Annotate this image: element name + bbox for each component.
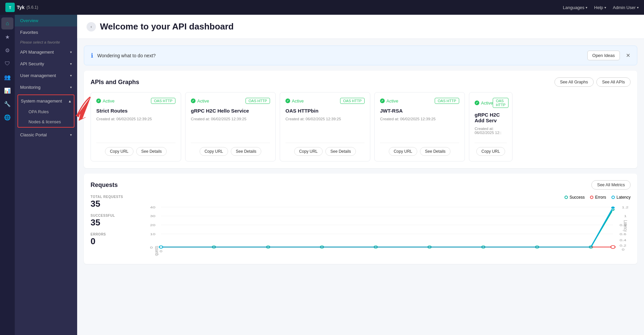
copy-url-button[interactable]: Copy URL [105,147,133,156]
sidebar-item-user-management[interactable]: User management ▾ [15,70,77,81]
svg-point-29 [611,246,615,249]
sidebar-icon-star[interactable]: ★ [1,31,13,43]
requests-header: Requests See All Metrics [91,180,631,190]
see-details-button[interactable]: See Details [325,147,356,156]
sidebar-nav: Overview Favorites Please select a favor… [15,15,77,335]
svg-text:0: 0 [622,248,625,251]
see-details-button[interactable]: See Details [231,147,261,156]
main-content: ‹ Welcome to your API dashboard ℹ Wonder… [77,15,644,335]
chevron-up-icon: ▴ [69,98,71,104]
open-ideas-button[interactable]: Open Ideas [587,51,620,60]
legend-errors: Errors [590,195,606,200]
apis-section-actions: See All Graphs See All APIs [554,77,631,87]
active-dot [380,98,385,103]
close-banner-button[interactable]: ✕ [626,52,630,59]
active-dot [96,98,101,103]
topbar: T Tyk (5.6.1) Languages ▾ Help ▾ Admin U… [0,0,644,15]
api-created: Created at: 06/02/2025 12:39:25 [380,117,459,121]
chevron-down-icon: ▾ [604,6,606,9]
legend-latency-label: Latency [616,195,631,200]
oas-badge: OAS HTTP [151,98,175,104]
svg-point-31 [611,206,615,209]
sidebar-item-monitoring[interactable]: Monitoring ▾ [15,81,77,93]
sidebar-item-api-security[interactable]: API Security ▾ [15,58,77,70]
svg-text:0: 0 [160,250,162,253]
sidebar-icon-tools[interactable]: 🔧 [1,98,13,110]
api-card-2: Active OAS HTTP OAS HTTPbin Created at: … [280,92,370,161]
svg-text:T: T [9,6,11,10]
sidebar-item-favorites[interactable]: Favorites [15,26,77,38]
tyk-logo-mark: T [5,3,15,12]
apis-section-header: APIs and Graphs See All Graphs See All A… [91,77,631,87]
topbar-left: T Tyk (5.6.1) [5,3,38,12]
svg-text:1: 1 [624,214,627,218]
copy-url-button[interactable]: Copy URL [389,147,417,156]
collapse-sidebar-button[interactable]: ‹ [87,22,96,31]
sidebar-item-classic-portal[interactable]: Classic Portal ▾ [15,129,77,141]
favorites-hint: Please select a favorite [15,38,77,46]
requests-title: Requests [91,182,118,189]
copy-url-button[interactable]: Copy URL [200,147,228,156]
success-dot [565,196,568,199]
copy-url-button[interactable]: Copy URL [294,147,323,156]
sidebar-icon-portal[interactable]: 🌐 [1,111,13,123]
svg-text:0: 0 [150,246,153,249]
chart-area: Success Errors Latency [146,195,631,257]
oas-badge: OAS HTTP [340,98,365,104]
svg-text:# of requests: # of requests [154,246,159,256]
chevron-down-icon: ▾ [70,74,72,77]
svg-text:0.2: 0.2 [620,244,626,247]
api-cards-container: Active OAS HTTP Strict Routes Created at… [91,92,631,161]
sidebar-item-system-management[interactable]: System management ▴ [18,95,74,107]
svg-text:0.6: 0.6 [620,232,626,236]
svg-text:Latency: Latency [623,220,628,232]
languages-menu[interactable]: Languages ▾ [563,5,587,10]
sidebar-icons: ⌂ ★ ⚙ 🛡 👥 📊 🔧 🌐 [0,15,15,335]
api-name: gRPC H2C Hello Service [191,108,270,114]
chevron-down-icon: ▾ [637,6,639,9]
legend-errors-label: Errors [595,195,606,200]
sidebar-icon-security[interactable]: 🛡 [1,58,13,70]
api-card-3: Active OAS HTTP JWT-RSA Created at: 06/0… [374,92,465,161]
errors-value: 0 [91,236,138,247]
help-menu[interactable]: Help ▾ [594,5,606,10]
see-details-button[interactable]: See Details [420,147,450,156]
see-details-button[interactable]: See Details [136,147,167,156]
user-menu[interactable]: Admin User ▾ [613,5,639,10]
oas-badge: OAS HTTP [246,98,270,104]
main-layout: ⌂ ★ ⚙ 🛡 👥 📊 🔧 🌐 Overview Favorites Pleas… [0,15,644,335]
page-title: Welcome to your API dashboard [100,21,234,32]
chevron-down-icon: ▾ [70,133,72,137]
errors-label: ERRORS [91,232,138,236]
successful-value: 35 [91,217,138,228]
svg-text:30: 30 [150,214,155,218]
legend-latency: Latency [611,195,631,200]
latency-dot [611,196,615,199]
active-dot [285,98,290,103]
sidebar-subitem-nodes-licenses[interactable]: Nodes & licenses [18,117,74,127]
chart-legend: Success Errors Latency [146,195,631,200]
active-dot [191,98,196,103]
sidebar-icon-monitor[interactable]: 📊 [1,84,13,96]
info-banner: ℹ Wondering what to do next? Open Ideas … [84,46,637,65]
errors-stat: ERRORS 0 [91,232,138,247]
see-all-apis-button[interactable]: See All APIs [596,77,631,87]
sidebar-icon-api[interactable]: ⚙ [1,44,13,56]
see-all-metrics-button[interactable]: See All Metrics [591,180,631,190]
info-icon: ℹ [91,52,93,59]
tyk-version: (5.6.1) [26,5,38,10]
api-name: gRPC H2C Add Serv [475,112,507,123]
sidebar-icon-users[interactable]: 👥 [1,71,13,83]
api-card-0: Active OAS HTTP Strict Routes Created at… [91,92,181,161]
svg-text:10: 10 [150,232,155,236]
sidebar-subitem-opa-rules[interactable]: OPA Rules [18,107,74,117]
sidebar-item-overview[interactable]: Overview [15,15,77,26]
sidebar-icon-home[interactable]: ⌂ [1,17,13,29]
successful-label: SUCCESSFUL [91,214,138,217]
copy-url-button[interactable]: Copy URL [476,147,505,156]
see-all-graphs-button[interactable]: See All Graphs [554,77,594,87]
legend-success-label: Success [570,195,585,200]
requests-chart: 40 30 20 10 0 1.2 1 0.8 0.6 0.4 0.2 [146,202,631,256]
status-active: Active [475,100,493,106]
sidebar-item-api-management[interactable]: API Management ▾ [15,46,77,58]
